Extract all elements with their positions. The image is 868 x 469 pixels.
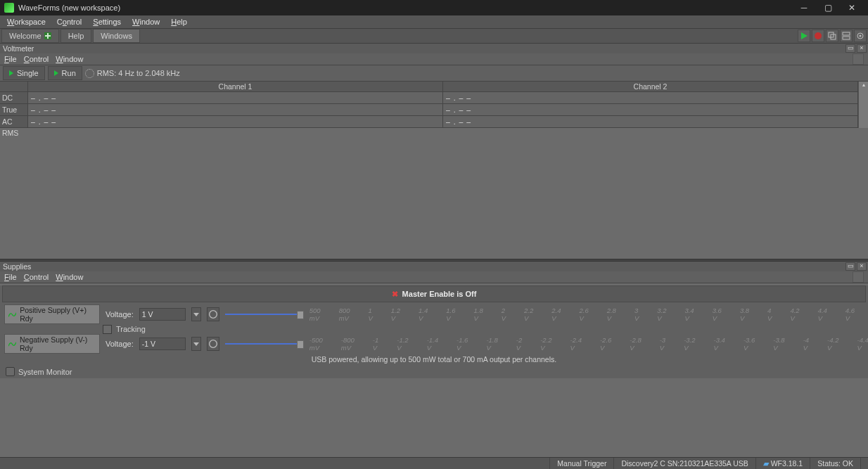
voltmeter-menu-window[interactable]: Window <box>56 55 83 63</box>
tracking-checkbox[interactable] <box>103 325 112 334</box>
voltmeter-menu-control[interactable]: Control <box>24 55 49 63</box>
tick-label: 2.2 V <box>524 307 533 322</box>
supplies-undock-icon[interactable]: ▭ <box>845 262 855 271</box>
supplies-panel-title: Supplies ▭ × <box>0 262 868 271</box>
positive-voltage-settings-icon[interactable] <box>207 307 219 321</box>
negative-supply-button[interactable]: Negative Supply (V-) Rdy <box>4 334 100 354</box>
grid-scroll[interactable] <box>858 116 868 128</box>
cell-dc-ch2: – . – – <box>443 92 858 104</box>
run-label: Run <box>62 69 76 77</box>
negative-voltage-slider[interactable] <box>225 339 304 349</box>
tick-label: -3.8 V <box>773 336 784 352</box>
settings-gear-icon[interactable] <box>854 30 867 42</box>
tick-label: -1 V <box>373 336 378 352</box>
tick-label: -3.2 V <box>684 336 695 352</box>
tick-label: -1.8 V <box>486 336 497 352</box>
tabbar: Welcome Help Windows <box>0 29 868 44</box>
tick-label: 1 V <box>368 307 372 322</box>
close-button[interactable]: ✕ <box>840 0 864 15</box>
cell-truerms-ch2: – . – – <box>443 104 858 116</box>
svg-rect-5 <box>843 37 850 39</box>
tick-label: 3 V <box>634 307 639 322</box>
voltmeter-undock-icon[interactable]: ▭ <box>845 44 855 53</box>
supplies-close-icon[interactable]: × <box>857 262 867 271</box>
cascade-icon[interactable] <box>826 30 838 42</box>
header-ch1: Channel 1 <box>28 82 443 92</box>
run-button[interactable]: Run <box>48 66 82 80</box>
stop-all-icon[interactable] <box>812 30 824 42</box>
positive-supply-button[interactable]: Positive Supply (V+) Rdy <box>4 304 100 324</box>
svg-marker-10 <box>193 342 199 346</box>
supplies-menu-file[interactable]: File <box>4 273 17 281</box>
minimize-button[interactable]: ─ <box>792 0 816 15</box>
voltmeter-restore-icon[interactable] <box>853 53 864 65</box>
system-monitor-checkbox[interactable] <box>6 367 15 376</box>
svg-point-9 <box>209 311 217 319</box>
run-all-icon[interactable] <box>798 30 810 42</box>
supplies-menu-control[interactable]: Control <box>24 273 49 281</box>
menu-window[interactable]: Window <box>128 18 164 26</box>
status-trigger[interactable]: Manual Trigger <box>549 458 613 469</box>
negative-voltage-ticks: -500 mV-800 mV-1 V-1.2 V-1.4 V-1.6 V-1.8… <box>309 336 868 352</box>
supplies-empty-area <box>0 378 868 456</box>
svg-point-7 <box>860 35 862 37</box>
voltmeter-settings-icon[interactable] <box>85 69 94 78</box>
supplies-menu-window[interactable]: Window <box>56 273 83 281</box>
supplies-restore-icon[interactable] <box>853 271 864 283</box>
tick-label: 3.2 V <box>657 307 666 322</box>
voltmeter-submenu: File Control Window <box>0 53 868 65</box>
tick-label: -800 mV <box>341 336 355 352</box>
tab-label: Help <box>68 32 84 40</box>
tick-label: 2.8 V <box>607 307 616 322</box>
positive-voltage-ticks: 500 mV800 mV1 V1.2 V1.4 V1.6 V1.8 V2 V2.… <box>309 307 868 322</box>
menu-control[interactable]: Control <box>53 18 86 26</box>
negative-voltage-dropdown[interactable] <box>191 337 201 351</box>
single-button[interactable]: Single <box>3 66 45 80</box>
menu-help[interactable]: Help <box>167 18 191 26</box>
tab-welcome[interactable]: Welcome <box>1 29 59 43</box>
row-acrms: AC RMS <box>0 116 28 128</box>
positive-voltage-slider[interactable] <box>225 309 304 319</box>
play-icon <box>54 70 58 76</box>
tick-label: -4 V <box>803 336 809 352</box>
grid-scroll[interactable] <box>858 92 868 104</box>
tick-label: -1.2 V <box>397 336 408 352</box>
positive-voltage-input[interactable] <box>139 308 186 321</box>
tab-help[interactable]: Help <box>60 29 92 43</box>
positive-voltage-dropdown[interactable] <box>191 307 201 321</box>
negative-voltage-settings-icon[interactable] <box>207 337 219 351</box>
maximize-button[interactable]: ▢ <box>816 0 840 15</box>
negative-supply-label: Negative Supply (V-) Rdy <box>20 335 96 352</box>
tab-label: Welcome <box>9 32 42 40</box>
grid-scroll[interactable] <box>858 104 868 116</box>
grid-scroll-up-icon[interactable]: ▴ <box>858 82 868 92</box>
master-enable-button[interactable]: ✖ Master Enable is Off <box>2 285 866 302</box>
statusbar: Manual Trigger Discovery2 C SN:210321AE3… <box>0 457 868 469</box>
status-device[interactable]: Discovery2 C SN:210321AE335A USB <box>613 458 755 469</box>
negative-voltage-input[interactable] <box>139 338 186 350</box>
tick-label: -2 V <box>516 336 522 352</box>
tick-label: -4.4 V <box>857 336 868 352</box>
menu-settings[interactable]: Settings <box>89 18 125 26</box>
voltmeter-title-text: Voltmeter <box>3 44 34 53</box>
voltmeter-panel-title: Voltmeter ▭ × <box>0 44 868 53</box>
tab-windows[interactable]: Windows <box>93 29 140 43</box>
tile-icon[interactable] <box>840 30 853 42</box>
resize-grip-icon[interactable] <box>860 458 868 469</box>
header-blank <box>0 82 28 92</box>
tick-label: -1.6 V <box>457 336 468 352</box>
titlebar: WaveForms (new workspace) ─ ▢ ✕ <box>0 0 868 15</box>
voltmeter-close-icon[interactable]: × <box>857 44 867 53</box>
play-icon <box>9 70 13 76</box>
menu-workspace[interactable]: Workspace <box>3 18 50 26</box>
tick-label: 800 mV <box>339 307 350 322</box>
tracking-row: Tracking <box>0 324 868 334</box>
tick-label: -2.6 V <box>600 336 611 352</box>
tick-label: 1.2 V <box>391 307 400 322</box>
tick-label: -2.8 V <box>630 336 641 352</box>
voltmeter-menu-file[interactable]: File <box>4 55 17 63</box>
tick-label: 3.8 V <box>740 307 749 322</box>
negative-supply-row: Negative Supply (V-) Rdy Voltage: -500 m… <box>0 334 868 354</box>
tick-label: -4.2 V <box>827 336 838 352</box>
status-version: ▰ WF3.18.1 <box>755 458 810 469</box>
